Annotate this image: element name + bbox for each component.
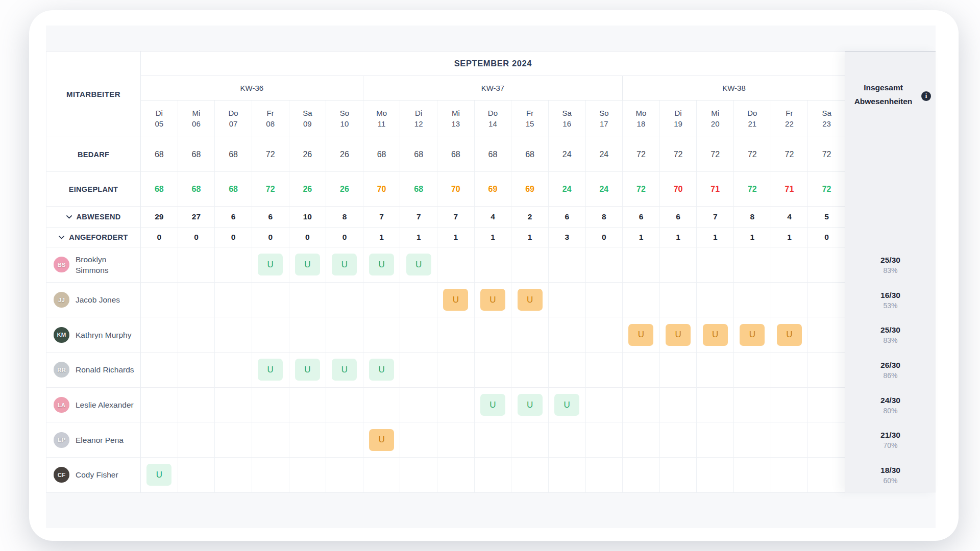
abwesend-value: 29 xyxy=(155,212,163,221)
absence-badge-u[interactable]: U xyxy=(369,359,394,381)
schedule-day-cell xyxy=(808,388,845,423)
day-header-cell: Fr15 xyxy=(511,101,549,137)
eingeplant-value: 69 xyxy=(488,185,498,194)
schedule-day-cell xyxy=(734,388,771,423)
absence-badge-u[interactable]: U xyxy=(332,254,357,276)
absence-badge-u[interactable]: U xyxy=(518,289,543,311)
bedarf-value: 24 xyxy=(562,150,572,159)
absence-badge-u[interactable]: U xyxy=(480,289,505,311)
eingeplant-cell: 24 xyxy=(549,172,586,207)
absence-badge-u[interactable]: U xyxy=(369,429,394,451)
abwesend-cell: 29 xyxy=(141,207,178,228)
absence-badge-u[interactable]: U xyxy=(406,254,431,276)
abwesend-cell: 8 xyxy=(586,207,623,228)
bedarf-value: 26 xyxy=(303,150,312,159)
schedule-day-cell xyxy=(437,247,475,283)
schedule-day-cell xyxy=(697,422,734,458)
day-header-cell: Mi13 xyxy=(437,101,475,137)
bedarf-value: 72 xyxy=(710,150,720,159)
angefordert-cell: 1 xyxy=(363,228,401,247)
abwesend-value: 7 xyxy=(713,212,718,221)
schedule-day-cell xyxy=(586,422,623,458)
avatar: BS xyxy=(54,257,69,272)
angefordert-value: 1 xyxy=(491,233,495,242)
schedule-day-cell xyxy=(363,283,401,318)
week-header: KW-36 xyxy=(141,76,363,101)
absence-badge-u[interactable]: U xyxy=(258,359,283,381)
day-date: 12 xyxy=(414,119,423,129)
eingeplant-value: 69 xyxy=(525,185,534,194)
absence-badge-u[interactable]: U xyxy=(480,394,505,416)
absence-badge-u[interactable]: U xyxy=(443,289,468,311)
schedule-day-cell xyxy=(141,283,178,318)
schedule-day-cell xyxy=(400,422,437,458)
day-header-cell: Fr22 xyxy=(771,101,808,137)
schedule-day-cell xyxy=(475,317,512,353)
angefordert-cell: 1 xyxy=(623,228,660,247)
employee-cell[interactable]: CFCody Fisher xyxy=(46,458,141,493)
angefordert-value: 1 xyxy=(676,233,680,242)
eingeplant-value: 26 xyxy=(340,185,349,194)
info-icon[interactable]: i xyxy=(921,91,931,101)
row-label-text-abwesend: ABWESEND xyxy=(77,213,121,221)
day-dow: Do xyxy=(228,109,238,118)
schedule-day-cell xyxy=(660,247,697,283)
chevron-down-icon[interactable] xyxy=(66,215,72,219)
abwesend-cell: 7 xyxy=(437,207,475,228)
absence-badge-u[interactable]: U xyxy=(554,394,579,416)
absence-badge-u[interactable]: U xyxy=(295,254,320,276)
summary-percent: 70% xyxy=(883,441,897,449)
chevron-down-icon[interactable] xyxy=(59,236,64,239)
bedarf-value: 68 xyxy=(525,150,534,159)
summary-row: 25/3083% xyxy=(845,317,936,353)
schedule-day-cell xyxy=(623,458,660,493)
schedule-day-cell xyxy=(808,247,845,283)
schedule-day-cell xyxy=(511,353,549,388)
employee-cell[interactable]: EPEleanor Pena xyxy=(46,422,141,458)
employee-cell[interactable]: BSBrooklyn Simmons xyxy=(46,247,141,283)
week-header: KW-37 xyxy=(363,76,623,101)
employee-cell[interactable]: KMKathryn Murphy xyxy=(46,317,141,353)
schedule-day-cell xyxy=(586,388,623,423)
eingeplant-cell: 68 xyxy=(215,172,252,207)
angefordert-value: 0 xyxy=(194,233,199,242)
absence-badge-u[interactable]: U xyxy=(295,359,320,381)
summary-percent: 83% xyxy=(883,336,897,344)
absence-badge-u[interactable]: U xyxy=(628,324,653,346)
eingeplant-cell: 71 xyxy=(697,172,734,207)
bedarf-cell: 68 xyxy=(178,137,215,172)
abwesend-cell: 10 xyxy=(289,207,327,228)
summary-percent: 86% xyxy=(883,371,897,380)
top-spacer-band xyxy=(46,26,936,52)
absence-badge-u[interactable]: U xyxy=(666,324,691,346)
absence-badge-u[interactable]: U xyxy=(369,254,394,276)
abwesend-value: 6 xyxy=(231,212,236,221)
absence-badge-u[interactable]: U xyxy=(777,324,802,346)
summary-percent: 53% xyxy=(883,302,897,310)
schedule-day-cell xyxy=(586,283,623,318)
schedule-day-cell xyxy=(289,458,327,493)
absence-badge-u[interactable]: U xyxy=(740,324,765,346)
employee-cell[interactable]: RRRonald Richards xyxy=(46,353,141,388)
employee-column-header-label: MITARBEITER xyxy=(66,90,120,98)
angefordert-cell: 0 xyxy=(289,228,327,247)
schedule-day-cell xyxy=(808,458,845,493)
eingeplant-value: 68 xyxy=(155,185,164,194)
employee-name: Eleanor Pena xyxy=(76,435,124,445)
absence-badge-u[interactable]: U xyxy=(146,464,172,486)
employee-cell[interactable]: LALeslie Alexander xyxy=(46,388,141,423)
absence-badge-u[interactable]: U xyxy=(703,324,728,346)
absence-badge-u[interactable]: U xyxy=(518,394,543,416)
absence-badge-u[interactable]: U xyxy=(258,254,283,276)
employee-cell[interactable]: JJJacob Jones xyxy=(46,283,141,318)
bedarf-value: 68 xyxy=(451,150,460,159)
schedule-day-cell xyxy=(808,422,845,458)
schedule-day-cell xyxy=(808,353,845,388)
schedule-day-cell: U xyxy=(141,458,178,493)
eingeplant-value: 26 xyxy=(303,185,312,194)
abwesend-cell: 8 xyxy=(326,207,363,228)
day-dow: Sa xyxy=(303,109,312,118)
schedule-day-cell xyxy=(289,283,327,318)
absence-badge-u[interactable]: U xyxy=(332,359,357,381)
schedule-day-cell xyxy=(141,422,178,458)
